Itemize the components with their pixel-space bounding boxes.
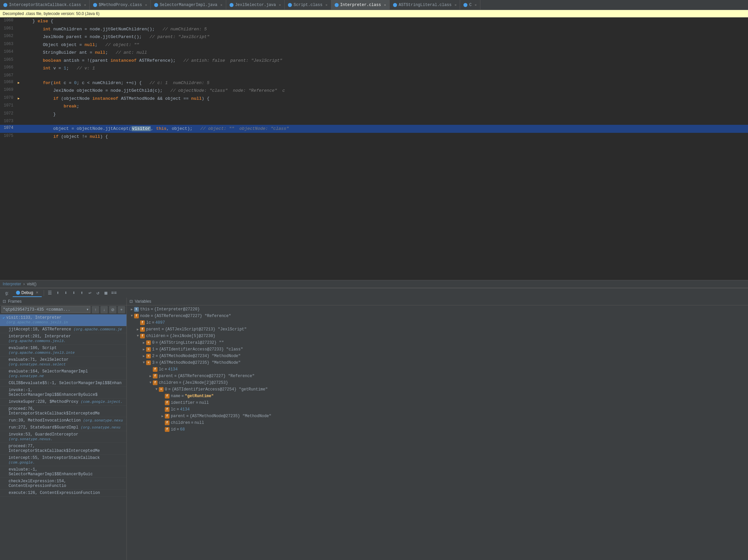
var-row-id[interactable]: f id = 68 [127, 426, 748, 433]
more-btn[interactable]: ≡≡ [110, 289, 117, 297]
var-row-getruntime[interactable]: ≡ 0 = {ASTIdentifierAccess@27254} "getRu… [127, 386, 748, 393]
var-equals: = [166, 334, 169, 339]
run-cursor-btn[interactable]: ⬆ [78, 289, 86, 297]
var-expand-this[interactable] [130, 307, 134, 312]
step-out-btn[interactable]: ⬇ [70, 289, 77, 297]
var-expand-children[interactable] [136, 334, 140, 339]
frame-item-evaluate71[interactable]: evaluate:71, JexlSelector (org.sonatype.… [0, 356, 126, 368]
frame-item-intercept55[interactable]: intercept:55, InterceptorStackCallback (… [0, 454, 126, 466]
var-row-lc4134[interactable]: f lc = 4134 [127, 366, 748, 373]
close-icon[interactable]: ✕ [454, 3, 457, 7]
code-line-1063: 1063 Object object = null; // object: "" [0, 41, 748, 49]
var-row-children2[interactable]: f children = {JexlNode[2]@27253} [127, 379, 748, 386]
var-name: this [140, 307, 150, 312]
frame-item-interpret[interactable]: interpret:201, Interpreter (org.apache.c… [0, 333, 126, 345]
tab-jexlselector[interactable]: JexlSelector.java ✕ [226, 0, 285, 10]
frame-item-proceed76[interactable]: proceed:76, InterceptorStackCallback$Int… [0, 405, 126, 417]
line-number: 1069 [0, 87, 17, 95]
var-row-arr0[interactable]: ≡ 0 = {ASTStringLiteral@27232} "" [127, 340, 748, 346]
var-row-lc[interactable]: f lc = 4097 [127, 319, 748, 326]
tab-c[interactable]: C ✕ [460, 0, 480, 10]
frame-item-run272[interactable]: run:272, StateGuard$GuardImpl (org.sonat… [0, 424, 126, 431]
frame-filter-btn[interactable]: ⊘ [109, 306, 116, 313]
close-icon[interactable]: ✕ [84, 3, 86, 7]
frame-label: evaluate:71, JexlSelector [8, 357, 68, 362]
frame-item-evaluate186[interactable]: evaluate:186, Script (org.apache.commons… [0, 345, 126, 356]
var-equals: = [182, 394, 184, 398]
frames-top-bar: "qtp629547173-435 <comman... ▾ ↑ ↓ ⊘ + [0, 305, 126, 314]
close-icon[interactable]: ✕ [220, 3, 223, 7]
frame-item-invoke53[interactable]: invoke:53, GuardedInterceptor (org.sonat… [0, 431, 126, 443]
var-expand-getruntime[interactable] [154, 387, 159, 392]
var-expand-parent-deep[interactable] [160, 414, 165, 419]
tab-interpreter[interactable]: Interpreter.class ✕ [331, 0, 390, 10]
line-number: 1063 [0, 41, 17, 49]
frame-item-jjtaccept[interactable]: jjtAccept:18, ASTReference (org.apache.c… [0, 326, 126, 333]
frame-up-btn[interactable]: ↑ [92, 306, 99, 313]
watch-btn[interactable]: ▦ [102, 289, 110, 297]
var-expand-parent[interactable] [136, 327, 140, 332]
var-expand-node[interactable] [130, 314, 134, 318]
var-expand-arr1[interactable] [141, 347, 146, 352]
evaluate-btn[interactable]: ↩ [86, 289, 93, 297]
var-row-children[interactable]: f children = {JexlNode[5]@27230} [127, 333, 748, 340]
var-row-parent-deep[interactable]: f parent = {ASTMethodNode@27235} "Method… [127, 413, 748, 420]
info-bar: Decompiled .class file, bytecode version… [0, 10, 748, 17]
close-icon[interactable]: ✕ [475, 3, 477, 7]
step-into-btn[interactable]: ⬇ [62, 289, 69, 297]
var-row-children-null[interactable]: f children = null [127, 420, 748, 426]
var-expand-children2[interactable] [148, 380, 153, 385]
close-icon[interactable]: ✕ [279, 3, 281, 7]
frame-item-run39[interactable]: run:39, MethodInvocationAction (org.sona… [0, 417, 126, 424]
close-icon[interactable]: ✕ [325, 3, 327, 7]
frame-item-visit[interactable]: ✔ visit:1133, Interpreter (org.apache.co… [0, 314, 126, 326]
code-line-1074: 1074 object = objectNode.jjtAccept(visit… [0, 125, 748, 133]
var-row-arr1[interactable]: ≡ 1 = {ASTIdentifierAccess@27233} "class… [127, 346, 748, 353]
var-expand-parent2[interactable] [148, 374, 153, 378]
close-icon[interactable]: ✕ [36, 291, 38, 294]
frame-item-invoke-1[interactable]: invoke:-1, SelectorManagerImpl$$Enhancer… [0, 387, 126, 398]
reset-btn[interactable]: ↺ [94, 289, 101, 297]
close-icon[interactable]: ✕ [384, 3, 386, 7]
debug-tab-g[interactable]: g: [2, 289, 12, 297]
frame-item-execute[interactable]: execute:126, ContentExpressionFunction [0, 490, 126, 496]
breadcrumb-interpreter[interactable]: Interpreter [3, 282, 21, 286]
var-expand-arr2[interactable] [141, 354, 146, 358]
var-row-lc-deep[interactable]: f lc = 4134 [127, 406, 748, 413]
frame-item-evaluate164[interactable]: evaluate:164, SelectorManagerImpl (org.s… [0, 368, 126, 380]
var-row-identifier[interactable]: f identifier = null [127, 399, 748, 406]
step-over-btn[interactable]: ⬆ [54, 289, 62, 297]
line-marker [17, 49, 21, 57]
close-icon[interactable]: ✕ [145, 3, 147, 7]
frame-item-invokesuper[interactable]: invokeSuper:228, $MethodProxy (com.googl… [0, 398, 126, 405]
frame-item-evaluate-1[interactable]: evaluate:-1, SelectorManagerImpl$$Enhanc… [0, 466, 126, 478]
tab-interceptorstackcallback[interactable]: InterceptorStackCallback.class ✕ [0, 0, 90, 10]
tab-script[interactable]: Script.class ✕ [285, 0, 331, 10]
frame-item-proceed77[interactable]: proceed:77, InterceptorStackCallback$Int… [0, 443, 126, 454]
frame-down-btn[interactable]: ↓ [100, 306, 108, 313]
var-expand-arr0[interactable] [141, 341, 146, 345]
var-row-parent2[interactable]: f parent = {ASTReference@27227} "Referen… [127, 373, 748, 379]
tab-label: ASTStringLiteral.class [399, 3, 451, 7]
frames-toggle-btn[interactable]: ☰ [46, 289, 53, 297]
frame-add-btn[interactable]: + [118, 306, 125, 313]
frame-label: invoke:-1, SelectorManagerImpl$$Enhancer… [9, 388, 97, 397]
debug-tab-debug[interactable]: Debug ✕ [13, 289, 42, 297]
code-line-1061: 1061 int numChildren = node.jjtGetNumChi… [0, 25, 748, 33]
frame-item-cglib[interactable]: CGLIB$evaluate$5:-1, SelectorManagerImpl… [0, 380, 126, 387]
frame-thread-dropdown[interactable]: "qtp629547173-435 <comman... ▾ [1, 306, 90, 313]
var-row-name[interactable]: f name = "getRuntime" [127, 393, 748, 399]
tab-methodproxy[interactable]: $MethodProxy.class ✕ [90, 0, 151, 10]
var-row-node[interactable]: f node = {ASTReference@27227} "Reference… [127, 313, 748, 319]
frame-location: (org.sonatype.nexus.select [8, 363, 66, 367]
frame-item-checkjexl[interactable]: checkJexlExpression:154, ContentExpressi… [0, 478, 126, 490]
tab-selectormanagerimpl[interactable]: SelectorManagerImpl.java ✕ [151, 0, 226, 10]
var-row-arr3[interactable]: ≡ 3 = {ASTMethodNode@27235} "MethodNode" [127, 359, 748, 366]
var-row-parent[interactable]: f parent = {ASTJexlScript@27213} "JexlSc… [127, 326, 748, 333]
var-row-this[interactable]: t this = {Interpreter@27220} [127, 306, 748, 313]
var-row-arr2[interactable]: ≡ 2 = {ASTMethodNode@27234} "MethodNode" [127, 353, 748, 359]
var-expand-arr3[interactable] [141, 360, 146, 365]
var-name: lc [159, 367, 163, 372]
tab-aststringliteral[interactable]: ASTStringLiteral.class ✕ [390, 0, 460, 10]
frame-label: interpret:201, Interpreter [8, 334, 71, 339]
